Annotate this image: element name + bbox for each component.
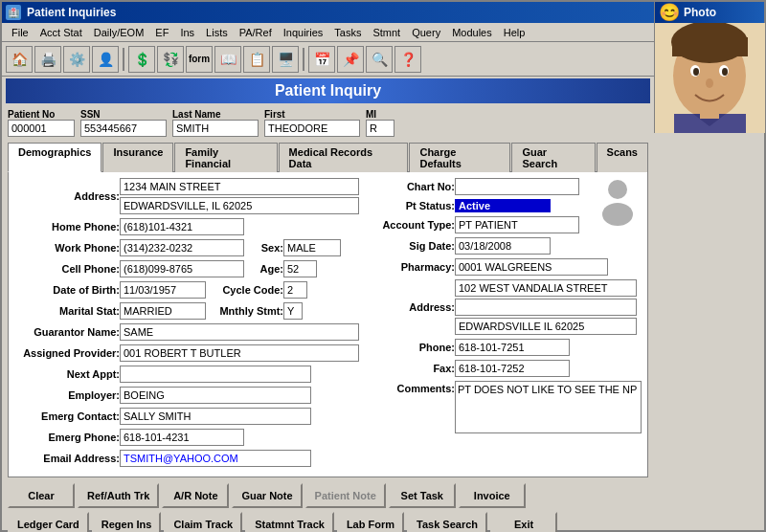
menu-daily-eom[interactable]: Daily/EOM xyxy=(88,25,150,40)
toolbar-home-button[interactable]: 🏠 xyxy=(6,46,33,73)
email-label: Email Address: xyxy=(14,453,120,464)
last-name-group: Last Name xyxy=(172,109,259,137)
last-name-input[interactable] xyxy=(172,120,259,137)
assigned-provider-label: Assigned Provider: xyxy=(14,347,120,359)
email-input[interactable] xyxy=(120,450,311,467)
menu-help[interactable]: Help xyxy=(498,25,531,40)
lab-form-button[interactable]: Lab Form xyxy=(337,512,404,532)
cycle-code-input[interactable] xyxy=(283,281,307,299)
page-title: Patient Inquiry xyxy=(275,82,381,99)
assigned-provider-input[interactable] xyxy=(120,344,359,362)
account-type-label: Account Type: xyxy=(369,219,455,231)
task-search-button[interactable]: Task Search xyxy=(407,512,487,532)
pharmacy-phone-label: Phone: xyxy=(369,342,455,353)
menu-modules[interactable]: Modules xyxy=(446,25,498,40)
next-appt-input[interactable] xyxy=(120,366,311,383)
pharmacy-addr3-input[interactable] xyxy=(455,318,637,335)
emerg-phone-input[interactable] xyxy=(120,429,244,446)
tab-scans[interactable]: Scans xyxy=(597,143,648,172)
sex-label: Sex: xyxy=(250,242,283,254)
patient-no-group: Patient No xyxy=(8,109,75,137)
menu-ef[interactable]: EF xyxy=(149,25,174,40)
exit-button[interactable]: Exit xyxy=(490,512,557,532)
work-phone-input[interactable] xyxy=(120,239,244,256)
svg-rect-3 xyxy=(672,37,748,56)
employer-row: Employer: xyxy=(14,387,359,404)
ar-note-button[interactable]: A/R Note xyxy=(162,483,229,508)
toolbar-print-button[interactable]: 🖨️ xyxy=(34,46,61,73)
tab-charge-defaults[interactable]: Charge Defaults xyxy=(409,143,510,172)
menu-file[interactable]: File xyxy=(6,25,34,40)
guar-note-button[interactable]: Guar Note xyxy=(232,483,302,508)
patient-note-button[interactable]: Patient Note xyxy=(305,483,386,508)
ledger-card-button[interactable]: Ledger Card xyxy=(8,512,89,532)
tab-medical-records[interactable]: Medical Records Data xyxy=(279,143,409,172)
svg-point-11 xyxy=(608,180,627,199)
work-phone-row: Work Phone: Sex: xyxy=(14,239,359,256)
marital-stat-input[interactable] xyxy=(120,302,206,320)
mnthly-stmt-input[interactable] xyxy=(283,302,303,320)
mi-input[interactable] xyxy=(366,120,394,137)
tab-guar-search[interactable]: Guar Search xyxy=(511,143,595,172)
statmnt-track-button[interactable]: Statmnt Track xyxy=(245,512,334,532)
toolbar-pin-button[interactable]: 📌 xyxy=(337,46,364,73)
menu-acct-stat[interactable]: Acct Stat xyxy=(34,25,88,40)
sex-input[interactable] xyxy=(283,239,341,256)
pharmacy-addr2-input[interactable] xyxy=(455,299,637,316)
claim-track-button[interactable]: Claim Track xyxy=(164,512,242,532)
tab-family-financial[interactable]: Family Financial xyxy=(174,143,277,172)
menu-stmnt[interactable]: Stmnt xyxy=(367,25,406,40)
set-task-button[interactable]: Set Task xyxy=(389,483,456,508)
invoice-button[interactable]: Invoice xyxy=(459,483,526,508)
toolbar-search-button[interactable]: 🔍 xyxy=(366,46,393,73)
toolbar-monitor-button[interactable]: 🖥️ xyxy=(272,46,299,73)
photo-header: 😊 Photo xyxy=(655,2,764,23)
patient-no-input[interactable] xyxy=(8,120,75,137)
menu-query[interactable]: Query xyxy=(406,25,446,40)
address1-input[interactable] xyxy=(120,178,359,195)
guarantor-input[interactable] xyxy=(120,323,359,341)
toolbar-help-button[interactable]: ❓ xyxy=(394,46,421,73)
toolbar-form-button[interactable]: form xyxy=(186,46,213,73)
employer-input[interactable] xyxy=(120,387,311,404)
first-name-input[interactable] xyxy=(264,120,360,137)
toolbar-list-button[interactable]: 📋 xyxy=(243,46,270,73)
tab-insurance[interactable]: Insurance xyxy=(102,143,173,172)
regen-ins-button[interactable]: Regen Ins xyxy=(92,512,162,532)
main-window: 🏥 Patient Inquiries _ □ ✕ 😊 Photo xyxy=(0,0,766,532)
menu-inquiries[interactable]: Inquiries xyxy=(278,25,329,40)
ssn-input[interactable] xyxy=(80,120,167,137)
ref-auth-trk-button[interactable]: Ref/Auth Trk xyxy=(78,483,159,508)
pharmacy-addr1-input[interactable] xyxy=(455,279,637,297)
toolbar-dollar-button[interactable]: 💲 xyxy=(128,46,155,73)
cell-phone-row: Cell Phone: Age: xyxy=(14,260,359,277)
comments-textarea[interactable] xyxy=(455,381,642,433)
address2-input[interactable] xyxy=(120,197,359,214)
chart-no-input[interactable] xyxy=(455,178,579,195)
pharmacy-address-row: Address: xyxy=(369,279,642,335)
menu-ins[interactable]: Ins xyxy=(174,25,200,40)
next-appt-label: Next Appt: xyxy=(14,368,120,380)
pharmacy-fax-input[interactable] xyxy=(455,360,570,377)
cell-phone-input[interactable] xyxy=(120,260,244,277)
menu-pa-ref[interactable]: PA/Ref xyxy=(234,25,278,40)
pharmacy-input[interactable] xyxy=(455,258,608,276)
toolbar-book-button[interactable]: 📖 xyxy=(214,46,241,73)
sig-date-input[interactable] xyxy=(455,237,551,255)
toolbar-settings-button[interactable]: ⚙️ xyxy=(63,46,90,73)
menu-lists[interactable]: Lists xyxy=(200,25,234,40)
pharmacy-phone-input[interactable] xyxy=(455,339,570,356)
account-type-input[interactable] xyxy=(455,216,579,233)
mnthly-stmt-label: Mnthly Stmt: xyxy=(212,305,283,317)
clear-button[interactable]: Clear xyxy=(8,483,75,508)
dob-input[interactable] xyxy=(120,281,206,299)
toolbar-user-button[interactable]: 👤 xyxy=(92,46,119,73)
toolbar-transfer-button[interactable]: 💱 xyxy=(157,46,184,73)
menu-tasks[interactable]: Tasks xyxy=(328,25,367,40)
tab-demographics[interactable]: Demographics xyxy=(8,143,101,172)
emerg-contact-input[interactable] xyxy=(120,408,311,425)
home-phone-input[interactable] xyxy=(120,218,244,235)
age-input[interactable] xyxy=(283,260,317,277)
toolbar-separator1 xyxy=(123,48,124,71)
toolbar-calendar-button[interactable]: 📅 xyxy=(308,46,335,73)
